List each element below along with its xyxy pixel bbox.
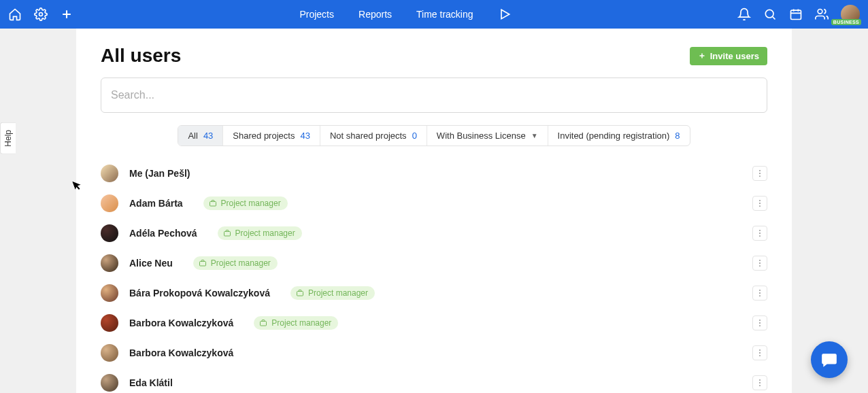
filter-all[interactable]: All 43 xyxy=(178,126,223,146)
avatar xyxy=(101,344,118,362)
more-vertical-icon xyxy=(755,288,765,298)
svg-point-14 xyxy=(759,235,761,237)
top-navbar: Projects Reports Time tracking BUSINESS xyxy=(0,0,868,29)
svg-point-29 xyxy=(759,355,761,356)
nav-reports[interactable]: Reports xyxy=(358,9,392,20)
avatar xyxy=(101,165,118,182)
user-row[interactable]: Bára Prokopová KowalczykováProject manag… xyxy=(101,278,767,308)
svg-point-10 xyxy=(759,205,761,207)
svg-rect-2 xyxy=(791,10,801,19)
svg-point-32 xyxy=(759,385,761,386)
role-label: Project manager xyxy=(221,199,281,208)
search-input[interactable] xyxy=(111,89,757,101)
user-list: Me (Jan Pešl)Adam BártaProject managerAd… xyxy=(101,158,767,393)
play-icon[interactable] xyxy=(498,7,512,21)
briefcase-icon xyxy=(223,229,231,237)
user-name: Barbora Kowalczyková xyxy=(129,347,233,358)
avatar xyxy=(101,224,118,242)
role-badge: Project manager xyxy=(193,256,278,270)
svg-point-12 xyxy=(759,230,761,231)
row-menu-button[interactable] xyxy=(752,375,767,390)
svg-point-3 xyxy=(818,10,822,14)
svg-rect-7 xyxy=(210,202,216,207)
svg-point-20 xyxy=(759,290,761,291)
nav-projects[interactable]: Projects xyxy=(299,9,334,20)
svg-point-1 xyxy=(765,10,773,18)
filter-not-shared-label: Not shared projects xyxy=(330,131,407,141)
svg-point-28 xyxy=(759,352,761,354)
chat-fab[interactable] xyxy=(811,341,848,378)
filter-not-shared-count: 0 xyxy=(412,131,417,141)
home-icon[interactable] xyxy=(8,7,22,21)
filter-shared-count: 43 xyxy=(300,131,310,141)
search-box[interactable] xyxy=(101,78,767,113)
svg-point-26 xyxy=(759,325,761,326)
user-row[interactable]: Me (Jan Pešl) xyxy=(101,158,767,188)
role-badge: Project manager xyxy=(218,226,302,240)
plus-icon[interactable] xyxy=(60,7,73,21)
role-label: Project manager xyxy=(235,228,295,238)
svg-point-13 xyxy=(759,233,761,234)
user-row[interactable]: Adéla PechováProject manager xyxy=(101,218,767,248)
chevron-down-icon: ▼ xyxy=(531,132,538,139)
business-badge: BUSINESS xyxy=(831,19,861,25)
avatar xyxy=(101,194,118,212)
filter-not-shared[interactable]: Not shared projects 0 xyxy=(320,126,427,146)
row-menu-button[interactable] xyxy=(752,286,767,301)
row-menu-button[interactable] xyxy=(752,315,767,330)
svg-point-24 xyxy=(759,320,761,321)
invite-users-label: Invite users xyxy=(710,51,759,61)
gear-icon[interactable] xyxy=(34,7,48,21)
svg-point-5 xyxy=(759,173,761,174)
filter-shared-label: Shared projects xyxy=(233,131,295,141)
row-menu-button[interactable] xyxy=(752,196,767,211)
svg-point-25 xyxy=(759,322,761,324)
user-name: Barbora Kowalczyková xyxy=(129,318,233,328)
filter-all-label: All xyxy=(188,131,197,141)
role-badge: Project manager xyxy=(203,196,288,210)
svg-point-31 xyxy=(759,382,761,383)
row-menu-button[interactable] xyxy=(752,345,767,360)
briefcase-icon xyxy=(199,259,207,267)
svg-rect-15 xyxy=(199,262,205,267)
help-tab[interactable]: Help xyxy=(0,122,16,154)
user-name: Me (Jan Pešl) xyxy=(129,168,190,179)
svg-point-6 xyxy=(759,175,761,177)
row-menu-button[interactable] xyxy=(752,226,767,241)
more-vertical-icon xyxy=(755,169,765,178)
svg-rect-23 xyxy=(261,322,267,326)
svg-point-8 xyxy=(759,200,761,201)
filter-invited[interactable]: Invited (pending registration) 8 xyxy=(548,126,690,146)
avatar xyxy=(101,254,118,272)
more-vertical-icon xyxy=(755,258,765,268)
svg-point-16 xyxy=(759,260,761,261)
avatar xyxy=(101,284,118,302)
svg-point-21 xyxy=(759,292,761,294)
bell-icon[interactable] xyxy=(737,7,751,21)
user-row[interactable]: Alice NeuProject manager xyxy=(101,248,767,278)
filter-invited-count: 8 xyxy=(675,131,680,141)
more-vertical-icon xyxy=(755,228,765,238)
role-label: Project manager xyxy=(211,258,271,268)
avatar xyxy=(101,314,118,332)
invite-users-button[interactable]: Invite users xyxy=(690,47,767,65)
filter-all-count: 43 xyxy=(203,131,213,141)
user-name: Bára Prokopová Kowalczyková xyxy=(129,288,270,298)
row-menu-button[interactable] xyxy=(752,166,767,181)
filter-shared[interactable]: Shared projects 43 xyxy=(223,126,320,146)
user-row[interactable]: Adam BártaProject manager xyxy=(101,188,767,218)
user-row[interactable]: Barbora Kowalczyková xyxy=(101,338,767,368)
search-icon[interactable] xyxy=(763,7,777,21)
user-row[interactable]: Barbora KowalczykováProject manager xyxy=(101,308,767,338)
row-menu-button[interactable] xyxy=(752,256,767,271)
calendar-icon[interactable] xyxy=(789,7,803,21)
filter-with-license[interactable]: With Business License ▼ xyxy=(427,126,548,146)
filter-invited-label: Invited (pending registration) xyxy=(558,131,670,141)
user-name: Adéla Pechová xyxy=(129,228,197,239)
svg-point-18 xyxy=(759,265,761,267)
users-icon[interactable] xyxy=(815,7,829,21)
nav-time-tracking[interactable]: Time tracking xyxy=(416,9,473,20)
user-row[interactable]: Eda Klátil xyxy=(101,368,767,393)
avatar-menu[interactable]: BUSINESS xyxy=(841,5,860,24)
svg-point-27 xyxy=(759,349,761,351)
